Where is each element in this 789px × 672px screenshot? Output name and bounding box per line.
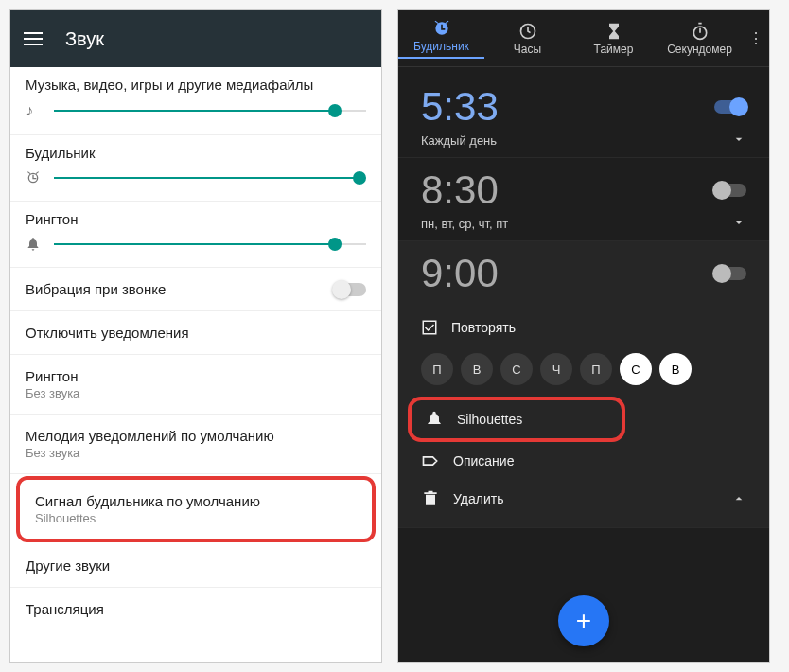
vibrate-label: Вибрация при звонке <box>26 281 166 297</box>
tab-clock-label: Часы <box>514 43 541 56</box>
vibrate-switch[interactable] <box>334 283 366 296</box>
media-volume-row[interactable]: Музыка, видео, игры и другие медиафайлы … <box>10 67 381 135</box>
alarm-icon <box>26 170 43 186</box>
day-pill[interactable]: В <box>461 353 493 385</box>
day-pill[interactable]: П <box>580 353 612 385</box>
alarm-delete-row[interactable]: Удалить <box>421 480 746 518</box>
alarm-icon <box>432 19 451 38</box>
chevron-up-icon[interactable] <box>731 491 746 506</box>
alarm-days: пн, вт, ср, чт, пт <box>421 217 508 231</box>
settings-content: Музыка, видео, игры и другие медиафайлы … <box>10 67 381 662</box>
alarm-time[interactable]: 8:30 <box>421 168 499 213</box>
alarm-days: Каждый день <box>421 133 497 148</box>
phone-ringtone-label: Рингтон <box>26 368 78 384</box>
default-alarm-sound-row[interactable]: Сигнал будильника по умолчанию Silhouett… <box>20 480 372 539</box>
bell-icon <box>26 237 43 252</box>
stopwatch-icon <box>691 22 710 41</box>
alarm-delete-label: Удалить <box>453 491 503 506</box>
alarm-toggle[interactable] <box>714 100 746 114</box>
alarm-list: 5:33 Каждый день 8:30 пн, вт, ср, чт, пт <box>398 67 769 662</box>
day-pills: П В С Ч П С В <box>421 345 746 397</box>
disable-notifications-label: Отключить уведомления <box>26 325 189 341</box>
alarm-description-label: Описание <box>453 453 514 469</box>
media-volume-slider[interactable] <box>54 110 366 112</box>
highlight-alarm-ringtone: Silhouettes <box>408 397 625 442</box>
chevron-down-icon[interactable] <box>731 215 746 230</box>
alarm-time[interactable]: 9:00 <box>421 251 499 296</box>
settings-topbar: Звук <box>10 10 381 67</box>
repeat-label: Повторять <box>451 320 516 335</box>
tab-stopwatch[interactable]: Секундомер <box>657 22 743 56</box>
tab-stopwatch-label: Секундомер <box>667 43 732 56</box>
vibrate-on-call-row[interactable]: Вибрация при звонке <box>10 268 381 311</box>
day-pill[interactable]: В <box>659 353 692 385</box>
trash-icon <box>421 489 440 508</box>
phone-ringtone-row[interactable]: Рингтон Без звука <box>10 355 381 415</box>
ringtone-icon <box>425 410 444 429</box>
other-sounds-label: Другие звуки <box>26 557 110 574</box>
tab-timer-label: Таймер <box>594 43 634 56</box>
overflow-menu-icon[interactable]: ⋮ <box>743 29 769 47</box>
clock-tabs: Будильник Часы Таймер Секундомер ⋮ <box>398 10 769 67</box>
alarm-toggle[interactable] <box>714 267 746 280</box>
phone-ringtone-sub: Без звука <box>26 386 79 400</box>
tab-alarm[interactable]: Будильник <box>398 19 484 59</box>
repeat-row[interactable]: Повторять <box>421 309 746 345</box>
chevron-down-icon[interactable] <box>731 132 746 147</box>
cast-row[interactable]: Трансляция <box>10 588 381 630</box>
ringtone-volume-row[interactable]: Рингтон <box>10 202 381 268</box>
default-alarm-sound-label: Сигнал будильника по умолчанию <box>35 493 260 509</box>
notification-sound-sub: Без звука <box>26 446 79 460</box>
ringtone-volume-slider[interactable] <box>54 243 366 245</box>
day-pill[interactable]: С <box>500 353 533 385</box>
day-pill[interactable]: П <box>421 353 453 385</box>
hourglass-icon <box>605 22 623 41</box>
alarm-volume-label: Будильник <box>26 145 366 161</box>
alarm-toggle[interactable] <box>714 184 746 197</box>
alarm-item[interactable]: 8:30 пн, вт, ср, чт, пт <box>398 158 769 241</box>
alarm-time[interactable]: 5:33 <box>421 84 499 130</box>
alarm-ringtone-row[interactable]: Silhouettes <box>425 406 608 433</box>
tab-alarm-label: Будильник <box>413 40 469 53</box>
alarm-volume-slider[interactable] <box>54 177 366 179</box>
ringtone-volume-label: Рингтон <box>26 211 366 227</box>
music-note-icon: ♪ <box>26 102 43 119</box>
checkbox-checked-icon <box>421 319 438 336</box>
clock-screen: Будильник Часы Таймер Секундомер ⋮ 5:33 <box>397 9 770 663</box>
cast-label: Трансляция <box>26 601 104 617</box>
hamburger-icon[interactable] <box>24 32 43 45</box>
tab-clock[interactable]: Часы <box>484 22 570 56</box>
notification-sound-label: Мелодия уведомлений по умолчанию <box>26 428 274 444</box>
other-sounds-row[interactable]: Другие звуки <box>10 544 381 588</box>
disable-notifications-row[interactable]: Отключить уведомления <box>10 311 381 355</box>
alarm-item-expanded[interactable]: 9:00 Повторять П В С Ч П С В <box>398 241 769 528</box>
alarm-item[interactable]: 5:33 Каждый день <box>398 75 769 158</box>
clock-icon <box>518 22 537 41</box>
notification-sound-row[interactable]: Мелодия уведомлений по умолчанию Без зву… <box>10 415 381 474</box>
settings-screen: Звук Музыка, видео, игры и другие медиаф… <box>9 9 382 663</box>
alarm-ringtone-label: Silhouettes <box>457 412 522 427</box>
tab-timer[interactable]: Таймер <box>570 22 657 56</box>
add-alarm-fab[interactable]: + <box>558 595 609 646</box>
page-title: Звук <box>65 28 104 50</box>
alarm-description-row[interactable]: Описание <box>421 442 746 480</box>
day-pill[interactable]: С <box>620 353 652 385</box>
alarm-volume-row[interactable]: Будильник <box>10 135 381 202</box>
media-volume-label: Музыка, видео, игры и другие медиафайлы <box>26 77 366 93</box>
default-alarm-sound-sub: Silhouettes <box>35 511 96 525</box>
highlight-default-alarm: Сигнал будильника по умолчанию Silhouett… <box>16 476 376 542</box>
day-pill[interactable]: Ч <box>540 353 572 385</box>
label-icon <box>421 451 440 470</box>
